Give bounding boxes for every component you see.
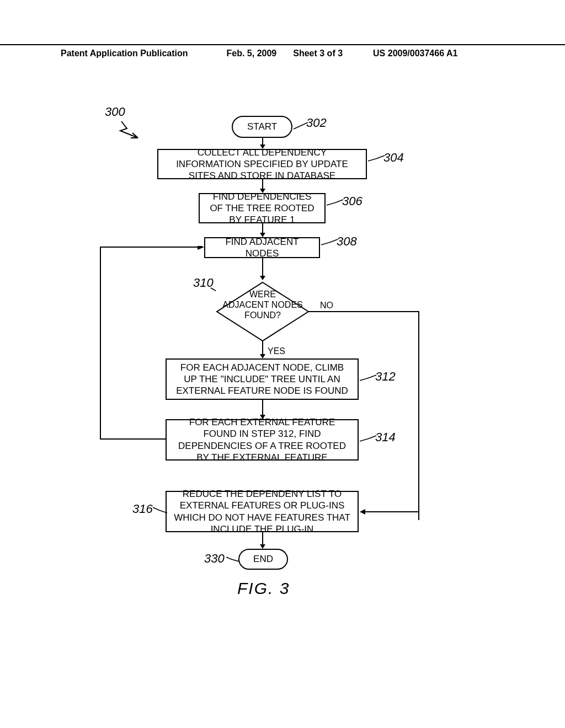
doc-number: US 2009/0037466 A1 xyxy=(373,49,457,58)
label-314: 314 xyxy=(375,430,396,445)
label-300: 300 xyxy=(105,105,125,119)
step-304: COLLECT ALL DEPENDENCY INFORMATION SPECI… xyxy=(157,149,367,179)
decision-310-line2: ADJACENT NODES xyxy=(216,299,310,310)
label-330: 330 xyxy=(204,552,225,566)
terminal-end-text: END xyxy=(253,553,273,565)
edge-label-no: NO xyxy=(320,301,333,311)
label-308: 308 xyxy=(337,234,357,249)
step-316: REDUCE THE DEPENDENY LIST TO EXTERNAL FE… xyxy=(166,491,359,532)
step-306-text: FIND DEPENDENCIES OF THE TREE ROOTED BY … xyxy=(206,191,318,226)
edge-label-yes: YES xyxy=(268,346,285,356)
decision-310-line3: FOUND? xyxy=(216,310,310,320)
step-304-text: COLLECT ALL DEPENDENCY INFORMATION SPECI… xyxy=(165,147,359,182)
step-314-text: FOR EACH EXTERNAL FEATURE FOUND IN STEP … xyxy=(173,416,351,463)
pub-label: Patent Application Publication xyxy=(61,49,188,58)
step-312-text: FOR EACH ADJACENT NODE, CLIMB UP THE "IN… xyxy=(173,362,351,397)
decision-310-line1: WERE xyxy=(216,289,310,299)
sheet-number: Sheet 3 of 3 xyxy=(293,49,343,58)
label-310: 310 xyxy=(193,276,214,290)
terminal-start: START xyxy=(232,116,292,138)
label-316: 316 xyxy=(132,502,153,516)
leader-304-icon xyxy=(367,154,386,163)
step-306: FIND DEPENDENCIES OF THE TREE ROOTED BY … xyxy=(199,193,326,223)
page-header: Patent Application Publication Feb. 5, 2… xyxy=(0,44,565,58)
leader-306-icon xyxy=(326,199,344,207)
arrow-308-to-310-icon xyxy=(259,258,266,281)
step-316-text: REDUCE THE DEPENDENY LIST TO EXTERNAL FE… xyxy=(173,488,351,535)
label-312: 312 xyxy=(375,370,396,384)
arrow-yes-branch-icon xyxy=(259,341,266,360)
figure-caption: FIG. 3 xyxy=(237,579,290,598)
step-314: FOR EACH EXTERNAL FEATURE FOUND IN STEP … xyxy=(166,419,359,461)
leader-308-icon xyxy=(320,238,339,247)
flowchart-canvas: 300 START 302 COLLECT ALL DEPENDENCY INF… xyxy=(0,94,565,656)
terminal-start-text: START xyxy=(247,121,277,132)
decision-310: WERE ADJACENT NODES FOUND? xyxy=(216,281,310,342)
leader-312-icon xyxy=(359,374,377,383)
terminal-end: END xyxy=(238,549,288,570)
pointer-300-icon xyxy=(116,119,149,141)
label-302: 302 xyxy=(306,116,327,130)
step-308-text: FIND ADJACENT NODES xyxy=(212,236,312,260)
pub-date: Feb. 5, 2009 xyxy=(227,49,277,58)
label-306: 306 xyxy=(342,194,363,208)
arrow-no-into-316-icon xyxy=(359,508,425,516)
step-312: FOR EACH ADJACENT NODE, CLIMB UP THE "IN… xyxy=(166,358,359,400)
step-308: FIND ADJACENT NODES xyxy=(204,237,320,258)
label-304: 304 xyxy=(383,151,404,165)
join-dot-icon xyxy=(418,511,420,513)
leader-314-icon xyxy=(359,435,377,443)
